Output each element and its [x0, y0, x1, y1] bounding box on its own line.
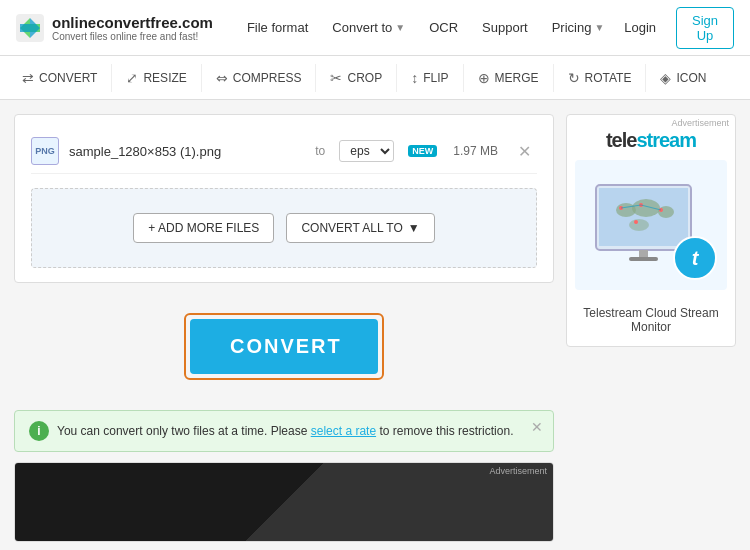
svg-point-7 [658, 206, 674, 218]
signup-button[interactable]: Sign Up [676, 7, 734, 49]
toolbar-compress[interactable]: ⇔ COMPRESS [202, 64, 317, 92]
toolbar-convert[interactable]: ⇄ CONVERT [8, 64, 112, 92]
nav-support[interactable]: Support [472, 14, 538, 41]
sidebar-ad-card: Advertisement telestream [566, 114, 736, 347]
info-text: You can convert only two files at a time… [57, 424, 513, 438]
toolbar-icon[interactable]: ◈ ICON [646, 64, 720, 92]
toolbar-compress-label: COMPRESS [233, 71, 302, 85]
header: onlineconvertfree.com Convert files onli… [0, 0, 750, 56]
nav-convert-to[interactable]: Convert to▼ [322, 14, 415, 41]
svg-rect-4 [599, 188, 688, 246]
logo-icon [16, 14, 44, 42]
file-type-icon: PNG [31, 137, 59, 165]
toolbar-crop-label: CROP [347, 71, 382, 85]
convert-all-button[interactable]: CONVERT ALL TO ▼ [286, 213, 434, 243]
flip-icon: ↕ [411, 70, 418, 86]
svg-rect-16 [629, 257, 658, 261]
toolbar-merge[interactable]: ⊕ MERGE [464, 64, 554, 92]
bottom-ad-image [15, 463, 553, 541]
toolbar-rotate-label: ROTATE [585, 71, 632, 85]
info-banner: i You can convert only two files at a ti… [14, 410, 554, 452]
file-size: 1.97 MB [453, 144, 498, 158]
convert-all-label: CONVERT ALL TO [301, 221, 402, 235]
logo-title: onlineconvertfree.com [52, 14, 213, 31]
to-label: to [315, 144, 325, 158]
resize-icon: ⤢ [126, 70, 138, 86]
crop-icon: ✂ [330, 70, 342, 86]
convert-to-arrow: ▼ [395, 22, 405, 33]
nav-ocr[interactable]: OCR [419, 14, 468, 41]
toolbar: ⇄ CONVERT ⤢ RESIZE ⇔ COMPRESS ✂ CROP ↕ F… [0, 56, 750, 100]
convert-button[interactable]: CONVERT [190, 319, 378, 374]
telestream-image-area: t [575, 160, 727, 290]
remove-file-button[interactable]: ✕ [512, 140, 537, 163]
login-button[interactable]: Login [614, 15, 666, 40]
telestream-title: Telestream Cloud Stream Monitor [567, 298, 735, 346]
info-banner-close[interactable]: ✕ [531, 419, 543, 435]
file-row: PNG sample_1280×853 (1).png to eps png j… [31, 129, 537, 174]
rotate-icon: ↻ [568, 70, 580, 86]
format-select[interactable]: eps png jpg pdf svg [339, 140, 394, 162]
telestream-badge-icon: t [673, 236, 717, 280]
nav-file-format[interactable]: File format [237, 14, 318, 41]
svg-point-6 [632, 199, 660, 217]
header-actions: Login Sign Up [614, 7, 734, 49]
convert-btn-border: CONVERT [184, 313, 384, 380]
logo-subtitle: Convert files online free and fast! [52, 31, 213, 42]
pricing-arrow: ▼ [594, 22, 604, 33]
toolbar-resize-label: RESIZE [143, 71, 186, 85]
file-card: PNG sample_1280×853 (1).png to eps png j… [14, 114, 554, 283]
toolbar-icon-label: ICON [676, 71, 706, 85]
bottom-ad: Advertisement [14, 462, 554, 542]
logo-text: onlineconvertfree.com Convert files onli… [52, 14, 213, 42]
svg-point-12 [634, 220, 638, 224]
file-name: sample_1280×853 (1).png [69, 144, 305, 159]
icon-tool-icon: ◈ [660, 70, 671, 86]
new-badge: NEW [408, 145, 437, 157]
svg-point-8 [629, 219, 649, 231]
telestream-logo: telestream [579, 129, 723, 152]
convert-button-wrapper: CONVERT [14, 297, 554, 396]
content-area: PNG sample_1280×853 (1).png to eps png j… [14, 114, 554, 542]
logo: onlineconvertfree.com Convert files onli… [16, 14, 213, 42]
sidebar-ad-label: Advertisement [671, 118, 729, 128]
toolbar-flip-label: FLIP [423, 71, 448, 85]
sidebar-ad: Advertisement telestream [566, 114, 736, 542]
nav-pricing[interactable]: Pricing▼ [542, 14, 615, 41]
add-more-files-button[interactable]: + ADD MORE FILES [133, 213, 274, 243]
merge-icon: ⊕ [478, 70, 490, 86]
toolbar-merge-label: MERGE [495, 71, 539, 85]
main-content: PNG sample_1280×853 (1).png to eps png j… [0, 100, 750, 550]
toolbar-flip[interactable]: ↕ FLIP [397, 64, 463, 92]
info-icon: i [29, 421, 49, 441]
convert-toolbar-icon: ⇄ [22, 70, 34, 86]
svg-rect-15 [639, 250, 648, 258]
convert-all-arrow: ▼ [408, 221, 420, 235]
bottom-ad-label: Advertisement [489, 466, 547, 476]
drop-zone: + ADD MORE FILES CONVERT ALL TO ▼ [31, 188, 537, 268]
toolbar-crop[interactable]: ✂ CROP [316, 64, 397, 92]
compress-icon: ⇔ [216, 70, 228, 86]
select-rate-link[interactable]: select a rate [311, 424, 376, 438]
toolbar-rotate[interactable]: ↻ ROTATE [554, 64, 647, 92]
main-nav: File format Convert to▼ OCR Support Pric… [237, 14, 614, 41]
toolbar-resize[interactable]: ⤢ RESIZE [112, 64, 201, 92]
toolbar-convert-label: CONVERT [39, 71, 97, 85]
